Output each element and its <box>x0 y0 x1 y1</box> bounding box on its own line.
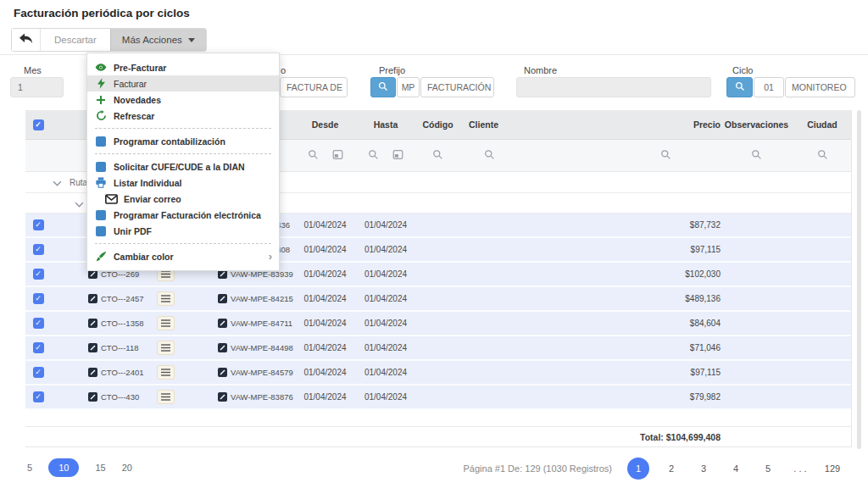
page-2[interactable]: 2 <box>661 458 682 479</box>
menu-item-novedades[interactable]: Novedades <box>87 92 279 108</box>
price-cell: $87,732 <box>610 220 721 230</box>
page-129[interactable]: 129 <box>822 458 843 479</box>
menu-item-cambiar-color[interactable]: Cambiar color › <box>87 248 279 264</box>
page-1-active[interactable]: 1 <box>627 458 649 480</box>
row-checkbox[interactable]: ✓ <box>33 342 44 353</box>
back-button[interactable] <box>12 29 41 51</box>
lightning-icon <box>94 78 108 89</box>
header-ciudad[interactable]: Ciudad <box>793 119 852 130</box>
contract-number: CTO---430 <box>101 392 139 402</box>
page-size-5[interactable]: 5 <box>27 463 32 473</box>
prefijo-name-box[interactable]: FACTURACIÓN <box>420 77 494 97</box>
prefijo-search-button[interactable] <box>370 77 396 97</box>
nombre-input[interactable] <box>516 77 711 97</box>
row-menu-button[interactable] <box>157 341 175 355</box>
chevron-down-icon[interactable] <box>53 175 62 190</box>
row-checkbox[interactable]: ✓ <box>33 391 44 402</box>
header-codigo[interactable]: Código <box>414 119 462 130</box>
date-desde: 01/04/2024 <box>292 319 358 328</box>
refresh-icon <box>94 110 108 121</box>
header-precio[interactable]: Precio <box>610 119 721 130</box>
row-menu-button[interactable] <box>157 316 175 330</box>
row-checkbox[interactable]: ✓ <box>33 219 44 230</box>
prefijo-label: Prefijo <box>379 65 405 75</box>
page-ellipsis: . . . <box>790 458 810 479</box>
menu-item-programar-contabilizacion[interactable]: Programar contabilización <box>87 133 279 149</box>
prefijo-code-box[interactable]: MP <box>397 77 420 97</box>
header-cliente[interactable]: Cliente <box>462 119 610 130</box>
row-menu-button[interactable] <box>157 390 175 404</box>
date-desde: 01/04/2024 <box>292 294 358 303</box>
contract-number: CTO---118 <box>101 343 139 352</box>
header-desde[interactable]: Desde <box>292 119 358 130</box>
row-menu-button[interactable] <box>157 365 175 380</box>
price-cell: $84,604 <box>610 319 721 328</box>
page-size-10-active[interactable]: 10 <box>48 458 79 477</box>
edit-document-icon <box>218 294 227 303</box>
total-label: Total: <box>640 432 664 442</box>
mes-input[interactable]: 1 <box>10 77 64 97</box>
menu-item-facturar[interactable]: Facturar <box>87 75 279 92</box>
more-actions-label: Más Acciones <box>122 35 182 45</box>
menu-item-programar-facturacion-electronica[interactable]: Programar Facturación electrónica <box>87 207 279 223</box>
menu-item-label: Programar contabilización <box>114 136 225 147</box>
search-icon[interactable] <box>484 148 495 164</box>
pagination: Página #1 De: 129 (1030 Registros) 1 2 3… <box>464 458 843 480</box>
ciclo-search-button[interactable] <box>726 77 753 97</box>
price-cell: $97,115 <box>610 368 721 377</box>
row-menu-button[interactable] <box>157 291 175 306</box>
price-cell: $71,046 <box>610 343 721 352</box>
header-hasta[interactable]: Hasta <box>358 119 414 130</box>
row-checkbox[interactable]: ✓ <box>33 244 44 255</box>
search-icon[interactable] <box>817 148 828 164</box>
ciclo-name-box[interactable]: MONITOREO <box>785 77 855 97</box>
select-all-checkbox[interactable]: ✓ <box>33 119 44 130</box>
ciclo-code-box[interactable]: 01 <box>754 77 784 97</box>
page-size-20[interactable]: 20 <box>122 463 132 473</box>
more-actions-button[interactable]: Más Acciones <box>110 29 206 51</box>
page-4[interactable]: 4 <box>726 458 746 479</box>
row-checkbox[interactable]: ✓ <box>33 269 44 280</box>
page-title: Facturación periódica por ciclos <box>14 7 190 19</box>
vertical-scrollbar[interactable] <box>857 110 861 449</box>
page-5[interactable]: 5 <box>758 458 778 479</box>
menu-item-refrescar[interactable]: Refrescar <box>87 108 279 124</box>
date-hasta: 01/04/2024 <box>358 392 414 402</box>
row-checkbox[interactable]: ✓ <box>33 318 44 329</box>
calendar-icon[interactable] <box>392 148 403 164</box>
search-icon[interactable] <box>660 148 671 164</box>
row-checkbox[interactable]: ✓ <box>33 293 44 304</box>
header-observaciones[interactable]: Observaciones <box>721 119 793 130</box>
menu-item-label: Cambiar color <box>114 252 174 262</box>
page-size-15[interactable]: 15 <box>95 463 105 473</box>
caret-down-icon <box>188 38 195 42</box>
menu-item-solicitar-cufe[interactable]: Solicitar CUFE/CUDE a la DIAN <box>87 158 279 175</box>
row-checkbox[interactable]: ✓ <box>33 367 44 378</box>
chevron-down-icon[interactable] <box>75 196 84 211</box>
undo-arrow-icon <box>18 32 34 47</box>
page-3[interactable]: 3 <box>693 458 714 479</box>
discard-button[interactable]: Descartar <box>41 29 110 51</box>
menu-divider <box>95 128 271 129</box>
search-icon[interactable] <box>432 148 443 164</box>
invoice-number: VAW-MPE-83876 <box>231 392 293 402</box>
tipo-value-box[interactable]: FACTURA DE <box>280 77 348 97</box>
search-icon[interactable] <box>751 148 762 164</box>
edit-document-icon <box>88 392 97 402</box>
filter-label-fragment: o <box>281 65 286 75</box>
menu-item-unir-pdf[interactable]: Unir PDF <box>87 223 279 239</box>
menu-item-listar-individual[interactable]: Listar Individual <box>87 175 279 191</box>
empty-row <box>25 410 851 427</box>
blue-square-icon <box>94 226 108 236</box>
search-icon[interactable] <box>368 148 379 164</box>
invoice-number: VAW-MPE-84215 <box>231 294 293 303</box>
menu-item-label: Enviar correo <box>124 194 181 204</box>
edit-document-icon <box>88 294 97 303</box>
calendar-icon[interactable] <box>332 148 343 164</box>
menu-item-label: Unir PDF <box>114 226 152 236</box>
menu-item-enviar-correo[interactable]: Enviar correo <box>87 191 279 207</box>
date-hasta: 01/04/2024 <box>358 343 414 352</box>
menu-item-pre-facturar[interactable]: Pre-Facturar <box>87 59 279 75</box>
search-icon[interactable] <box>308 148 319 164</box>
date-hasta: 01/04/2024 <box>358 220 414 230</box>
